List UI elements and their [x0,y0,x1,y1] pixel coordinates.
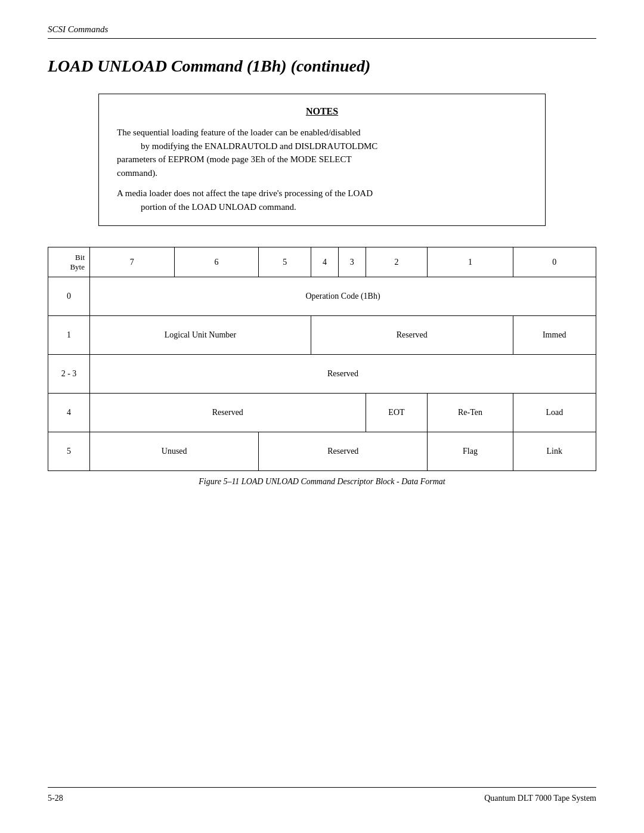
col-header-4: 4 [311,247,338,277]
page-header: SCSI Commands [48,24,596,39]
table-row-4: 4 Reserved EOT Re-Ten Load [48,394,596,432]
byte-label: Byte [53,262,85,272]
table-row-1: 1 Logical Unit Number Reserved Immed [48,316,596,355]
notes-title: NOTES [117,106,527,117]
link-cell: Link [513,432,596,471]
page-title: LOAD UNLOAD Command (1Bh) (continued) [48,57,596,76]
byte-1: 1 [48,316,90,355]
re-ten-cell: Re-Ten [428,394,513,432]
notes-indent-2: portion of the LOAD UNLOAD command. [117,202,296,212]
bit-byte-header: Bit Byte [48,247,90,277]
reserved-cell-4: Reserved [90,394,366,432]
immed-cell: Immed [513,316,596,355]
reserved-cell-1: Reserved [311,316,513,355]
command-table: Bit Byte 7 6 5 4 3 2 1 0 0 Operation Cod… [48,247,596,471]
unused-cell: Unused [90,432,259,471]
col-header-0: 0 [513,247,596,277]
col-header-7: 7 [90,247,175,277]
notes-box: NOTES The sequential loading feature of … [98,94,546,226]
reserved-cell-5: Reserved [259,432,428,471]
byte-0: 0 [48,277,90,316]
byte-5: 5 [48,432,90,471]
byte-2-3: 2 - 3 [48,355,90,394]
eot-cell: EOT [366,394,428,432]
col-header-1: 1 [428,247,513,277]
col-header-3: 3 [338,247,366,277]
col-header-5: 5 [259,247,311,277]
table-row-2-3: 2 - 3 Reserved [48,355,596,394]
table-header-row: Bit Byte 7 6 5 4 3 2 1 0 [48,247,596,277]
header-text: SCSI Commands [48,24,108,34]
footer-document-title: Quantum DLT 7000 Tape System [484,794,596,803]
page-footer: 5-28 Quantum DLT 7000 Tape System [48,787,596,803]
table-row-5: 5 Unused Reserved Flag Link [48,432,596,471]
notes-indent-1: by modifying the ENALDRAUTOLD and DISLDR… [117,141,377,178]
reserved-cell-2: Reserved [90,355,596,394]
table-row-0: 0 Operation Code (1Bh) [48,277,596,316]
footer-page-number: 5-28 [48,794,63,803]
flag-cell: Flag [428,432,513,471]
bit-label: Bit [53,253,85,262]
byte-4: 4 [48,394,90,432]
figure-caption: Figure 5–11 LOAD UNLOAD Command Descript… [48,477,596,487]
load-cell: Load [513,394,596,432]
op-code-cell: Operation Code (1Bh) [90,277,596,316]
notes-paragraph-1: The sequential loading feature of the lo… [117,126,527,179]
col-header-6: 6 [174,247,259,277]
lun-cell: Logical Unit Number [90,316,311,355]
col-header-2: 2 [366,247,428,277]
notes-paragraph-2: A media loader does not affect the tape … [117,187,527,213]
